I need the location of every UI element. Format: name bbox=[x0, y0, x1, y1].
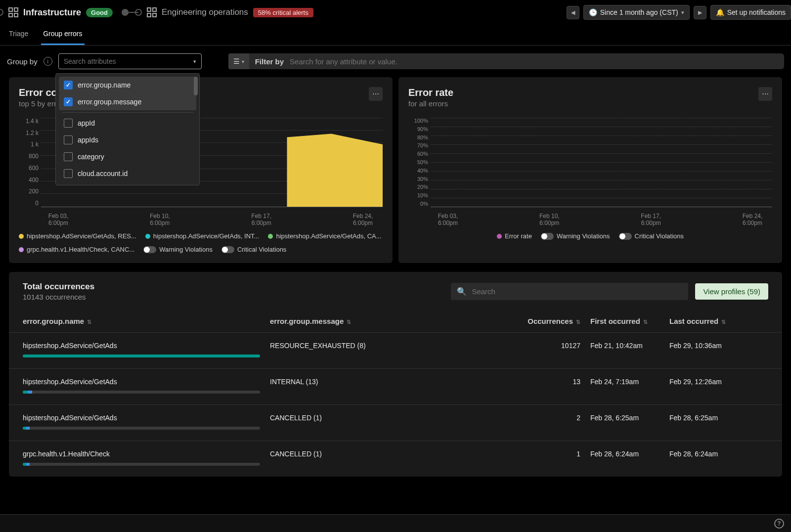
filter-search-input[interactable] bbox=[290, 57, 778, 66]
dropdown-item-label: category bbox=[78, 153, 104, 161]
toggle-warning[interactable]: Warning Violations bbox=[143, 246, 213, 253]
toggle-icon[interactable] bbox=[143, 246, 156, 253]
toggle-critical[interactable]: Critical Violations bbox=[221, 246, 286, 253]
column-header-last-occurred[interactable]: Last occurred⇅ bbox=[669, 317, 768, 325]
filter-menu-button[interactable]: ☰ ▾ bbox=[228, 53, 249, 69]
table-row[interactable]: hipstershop.AdService/GetAds RESOURCE_EX… bbox=[9, 332, 782, 368]
cell-first-occurred: Feb 24, 7:19am bbox=[580, 378, 669, 386]
cell-last-occurred: Feb 28, 6:24am bbox=[669, 450, 768, 458]
cell-last-occurred: Feb 29, 10:36am bbox=[669, 342, 768, 350]
group-by-search-input[interactable] bbox=[64, 57, 193, 65]
sort-icon: ⇅ bbox=[576, 319, 580, 325]
cell-first-occurred: Feb 21, 10:42am bbox=[580, 342, 669, 350]
sort-icon: ⇅ bbox=[643, 319, 648, 325]
connector-dot-end bbox=[135, 9, 142, 16]
view-profiles-button[interactable]: View profiles (59) bbox=[695, 283, 768, 300]
dropdown-item-appid[interactable]: appId bbox=[59, 115, 196, 132]
column-header-message[interactable]: error.group.message⇅ bbox=[270, 317, 511, 325]
dropdown-item-label: appId bbox=[78, 119, 95, 127]
tabs-bar: Triage Group errors bbox=[0, 25, 791, 45]
panel-menu-button[interactable]: ⋯ bbox=[369, 87, 383, 101]
cell-message: INTERNAL (13) bbox=[270, 378, 511, 386]
cell-message: CANCELLED (1) bbox=[270, 450, 511, 458]
cell-occurrences: 13 bbox=[511, 378, 580, 386]
table-row[interactable]: hipstershop.AdService/GetAds CANCELLED (… bbox=[9, 404, 782, 441]
dropdown-item-error-group-message[interactable]: error.group.message bbox=[59, 93, 196, 110]
toggle-icon[interactable] bbox=[619, 233, 632, 240]
legend-item[interactable]: Error rate bbox=[497, 232, 532, 240]
legend-item[interactable]: hipstershop.AdService/GetAds, INT... bbox=[145, 232, 260, 240]
dropdown-item-label: appIds bbox=[78, 136, 98, 144]
checkbox[interactable] bbox=[64, 169, 73, 178]
legend-item[interactable]: grpc.health.v1.Health/Check, CANC... bbox=[19, 246, 134, 253]
table-row[interactable]: grpc.health.v1.Health/Check CANCELLED (1… bbox=[9, 441, 782, 477]
cell-name: grpc.health.v1.Health/Check bbox=[23, 450, 270, 466]
y-axis: 1.4 k 1.2 k 1 k 800 600 400 200 0 bbox=[19, 118, 39, 207]
bottom-bar: ? bbox=[0, 514, 791, 532]
sort-icon: ⇅ bbox=[721, 319, 726, 325]
table-search-box[interactable]: 🔍 bbox=[451, 283, 688, 300]
section-label: Engineering operations bbox=[162, 7, 248, 17]
legend-item[interactable]: hipstershop.AdService/GetAds, CA... bbox=[268, 232, 381, 240]
time-prev-button[interactable]: ◀ bbox=[567, 6, 579, 19]
dropdown-item-appids[interactable]: appIds bbox=[59, 132, 196, 148]
tab-group-errors[interactable]: Group errors bbox=[41, 25, 84, 45]
help-icon[interactable]: ? bbox=[774, 519, 784, 529]
panel-menu-button[interactable]: ⋯ bbox=[758, 87, 772, 101]
cell-last-occurred: Feb 28, 6:25am bbox=[669, 414, 768, 422]
time-range-label: Since 1 month ago (CST) bbox=[600, 8, 678, 16]
dropdown-item-category[interactable]: category bbox=[59, 148, 196, 165]
column-header-occurrences[interactable]: Occurrences⇅ bbox=[511, 317, 580, 325]
time-range-button[interactable]: 🕒 Since 1 month ago (CST) ▾ bbox=[583, 5, 690, 20]
time-next-button[interactable]: ▶ bbox=[694, 6, 706, 19]
tab-triage[interactable]: Triage bbox=[7, 25, 30, 45]
legend-item[interactable]: hipstershop.AdService/GetAds, RES... bbox=[19, 232, 136, 240]
toggle-icon[interactable] bbox=[541, 233, 554, 240]
occurrence-bar bbox=[23, 391, 260, 394]
checkbox-checked[interactable] bbox=[64, 81, 73, 89]
table-header-row: error.group.name⇅ error.group.message⇅ O… bbox=[9, 310, 782, 332]
column-header-first-occurred[interactable]: First occurred⇅ bbox=[580, 317, 669, 325]
bell-icon: 🔔 bbox=[716, 8, 724, 16]
status-dot-outer bbox=[0, 9, 3, 16]
notifications-label: Set up notifications bbox=[727, 8, 786, 16]
filter-icon: ☰ bbox=[233, 57, 240, 65]
page-title: Infrastructure bbox=[23, 7, 81, 18]
dropdown-item-error-group-name[interactable]: error.group.name bbox=[59, 77, 196, 93]
cell-name: hipstershop.AdService/GetAds bbox=[23, 414, 270, 430]
cell-first-occurred: Feb 28, 6:24am bbox=[580, 450, 669, 458]
x-axis: Feb 03, 6:00pm Feb 10, 6:00pm Feb 17, 6:… bbox=[428, 213, 772, 226]
dropdown-item-cloud-account-id[interactable]: cloud.account.id bbox=[59, 165, 196, 182]
chevron-left-icon: ◀ bbox=[571, 9, 575, 16]
panel-title: Error rate bbox=[408, 87, 453, 98]
errors-table: error.group.name⇅ error.group.message⇅ O… bbox=[9, 310, 782, 477]
checkbox[interactable] bbox=[64, 135, 73, 144]
cell-name: hipstershop.AdService/GetAds bbox=[23, 342, 270, 357]
group-by-label: Group by bbox=[7, 57, 38, 66]
toggle-warning[interactable]: Warning Violations bbox=[541, 232, 610, 240]
cell-first-occurred: Feb 28, 6:25am bbox=[580, 414, 669, 422]
notifications-button[interactable]: 🔔 Set up notifications bbox=[710, 5, 791, 20]
occurrence-bar bbox=[23, 355, 260, 357]
column-header-name[interactable]: error.group.name⇅ bbox=[23, 317, 270, 325]
info-icon[interactable]: i bbox=[44, 57, 52, 66]
alert-badge: 58% critical alerts bbox=[253, 8, 313, 17]
table-panel: Total occurrences 10143 occurrences 🔍 Vi… bbox=[9, 272, 782, 477]
table-row[interactable]: hipstershop.AdService/GetAds INTERNAL (1… bbox=[9, 368, 782, 404]
connector-dot bbox=[122, 9, 129, 16]
chart-legend: hipstershop.AdService/GetAds, RES... hip… bbox=[19, 232, 383, 240]
checkbox[interactable] bbox=[64, 152, 73, 161]
checkbox[interactable] bbox=[64, 119, 73, 128]
occurrence-bar bbox=[23, 463, 260, 466]
table-search-input[interactable] bbox=[472, 287, 682, 296]
occurrence-bar bbox=[23, 427, 260, 430]
toggle-critical[interactable]: Critical Violations bbox=[619, 232, 684, 240]
group-by-dropdown-menu: error.group.name error.group.message app… bbox=[55, 73, 200, 185]
scrollbar[interactable] bbox=[194, 77, 198, 95]
toggle-icon[interactable] bbox=[221, 246, 234, 253]
checkbox-checked[interactable] bbox=[64, 97, 73, 106]
dashboard-icon bbox=[147, 7, 157, 17]
table-subtitle: 10143 occurrences bbox=[23, 293, 94, 301]
group-by-dropdown[interactable]: ▾ bbox=[58, 53, 202, 69]
chevron-down-icon: ▾ bbox=[242, 59, 244, 64]
